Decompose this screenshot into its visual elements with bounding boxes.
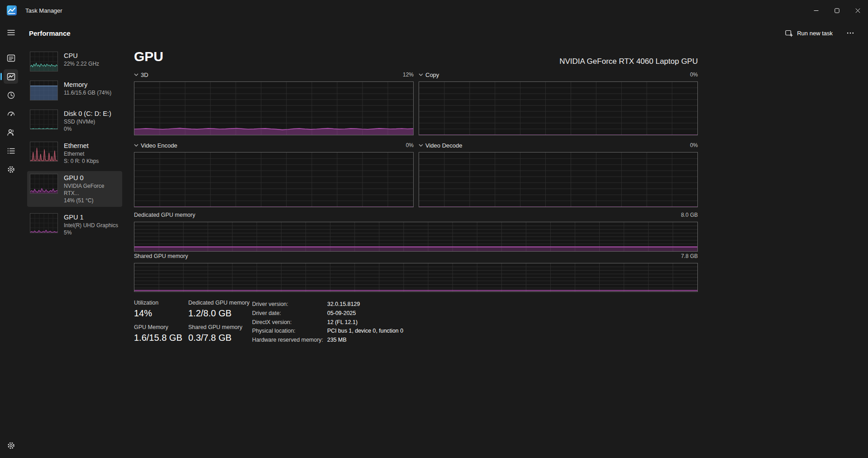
detail-label: DirectX version: [252,318,327,327]
sidebar-item-title: Ethernet [64,142,99,150]
chevron-down-icon[interactable] [419,73,423,76]
sidebar-item-ethernet[interactable]: Ethernet Ethernet S: 0 R: 0 Kbps [27,139,122,167]
chart-section-video-encode: Video Encode 0% [134,141,414,207]
sidebar-item-sub: NVIDIA GeForce RTX... [64,182,119,197]
nav-rail [0,21,22,458]
chart-label: 3D [141,72,148,78]
close-icon [855,8,860,13]
sidebar-item-title: CPU [64,52,99,60]
more-button[interactable] [843,26,858,40]
detail-label: Driver date: [252,309,327,318]
more-ellipsis-icon [847,32,854,34]
sidebar-item-sub: 14% (51 °C) [64,197,119,204]
selected-accent-pill [0,73,2,80]
stat-utilization: Utilization 14% [134,300,158,319]
performance-icon [7,72,15,81]
driver-details: Driver version:32.0.15.8129 Driver date:… [252,300,403,345]
detail-physical-location: Physical location:PCI bus 1, device 0, f… [252,327,403,336]
sidebar-item-title: Memory [64,81,111,89]
disk-mini-chart [30,110,58,129]
nav-services[interactable] [4,162,18,177]
sidebar-item-title: GPU 1 [64,213,118,222]
chart-max-value: 8.0 GB [681,212,698,218]
nav-processes[interactable] [4,51,18,65]
detail-label: Driver version: [252,300,327,309]
minimize-button[interactable] [806,0,826,21]
detail-value: 32.0.15.8129 [327,301,360,307]
stat-label: Utilization [134,300,158,306]
chevron-down-icon[interactable] [419,144,423,147]
sidebar-item-gpu1[interactable]: GPU 1 Intel(R) UHD Graphics 5% [27,210,122,239]
performance-sidebar: CPU 22% 2.22 GHz Memory 11.6/15.6 GB (74… [27,49,122,243]
detail-driver-date: Driver date:05-09-2025 [252,309,403,318]
nav-app-history[interactable] [4,88,18,102]
task-manager-app-icon [6,5,17,16]
run-new-task-button[interactable]: Run new task [780,26,838,40]
dedicated-gpu-memory-chart [134,222,698,252]
run-new-task-icon [785,29,793,37]
sidebar-item-sub: 0% [64,125,111,133]
detail-hardware-reserved: Hardware reserved memory:235 MB [252,336,403,345]
gpu-3d-chart [134,81,414,135]
detail-directx-version: DirectX version:12 (FL 12.1) [252,318,403,327]
stat-dedicated-memory: Dedicated GPU memory 1.2/8.0 GB [188,300,249,319]
gpu-copy-chart [419,81,698,135]
stat-label: Dedicated GPU memory [188,300,249,306]
stat-value: 1.2/8.0 GB [188,308,249,319]
ethernet-mini-chart [30,142,58,162]
gpu-heading: GPU [134,49,163,64]
nav-startup-apps[interactable] [4,106,18,121]
processes-icon [7,54,15,62]
services-icon [7,165,15,174]
detail-value: 12 (FL 12.1) [327,319,358,325]
gpu1-mini-chart [30,213,58,233]
gpu-video-encode-chart [134,152,414,207]
startup-apps-icon [7,110,15,118]
detail-value: PCI bus 1, device 0, function 0 [327,328,403,334]
stat-shared-memory: Shared GPU memory 0.3/7.8 GB [188,324,242,343]
nav-users[interactable] [4,125,18,139]
settings-button[interactable] [4,438,18,453]
sidebar-item-sub: S: 0 R: 0 Kbps [64,157,99,165]
run-new-task-label: Run new task [797,30,833,37]
chevron-down-icon[interactable] [134,73,138,76]
chart-current-value: 0% [406,142,414,148]
close-button[interactable] [847,0,868,21]
nav-performance[interactable] [4,69,18,84]
cpu-mini-chart [30,52,58,72]
settings-gear-icon [7,441,15,450]
sidebar-item-disk0[interactable]: Disk 0 (C: D: E:) SSD (NVMe) 0% [27,107,122,135]
chevron-down-icon[interactable] [134,144,138,147]
detail-label: Hardware reserved memory: [252,336,327,345]
stat-label: GPU Memory [134,324,182,330]
chart-label: Dedicated GPU memory [134,212,195,218]
chart-section-copy: Copy 0% [419,70,698,135]
nav-rail-items [4,51,18,177]
minimize-icon [814,8,819,13]
stat-value: 0.3/7.8 GB [188,333,242,343]
nav-details[interactable] [4,143,18,158]
chart-section-3d: 3D 12% [134,70,414,135]
chart-current-value: 0% [690,72,698,78]
sidebar-item-sub: SSD (NVMe) [64,118,111,125]
shared-gpu-memory-chart [134,263,698,292]
chart-current-value: 0% [690,142,698,148]
sidebar-item-sub: 22% 2.22 GHz [64,60,99,67]
sidebar-item-sub: 5% [64,229,118,236]
chart-label: Video Decode [425,142,462,149]
sidebar-item-cpu[interactable]: CPU 22% 2.22 GHz [27,49,122,74]
users-icon [7,128,15,137]
window-controls [806,0,868,21]
page-title: Performance [29,29,71,37]
menu-button[interactable] [4,25,18,40]
chart-section-video-decode: Video Decode 0% [419,141,698,207]
maximize-button[interactable] [826,0,847,21]
hamburger-icon [7,29,15,36]
titlebar: Task Manager [0,0,868,21]
chart-label: Video Encode [141,142,177,149]
detail-driver-version: Driver version:32.0.15.8129 [252,300,403,309]
gpu-video-decode-chart [419,152,698,207]
sidebar-item-title: GPU 0 [64,174,119,182]
sidebar-item-gpu0[interactable]: GPU 0 NVIDIA GeForce RTX... 14% (51 °C) [27,171,122,207]
sidebar-item-memory[interactable]: Memory 11.6/15.6 GB (74%) [27,78,122,103]
